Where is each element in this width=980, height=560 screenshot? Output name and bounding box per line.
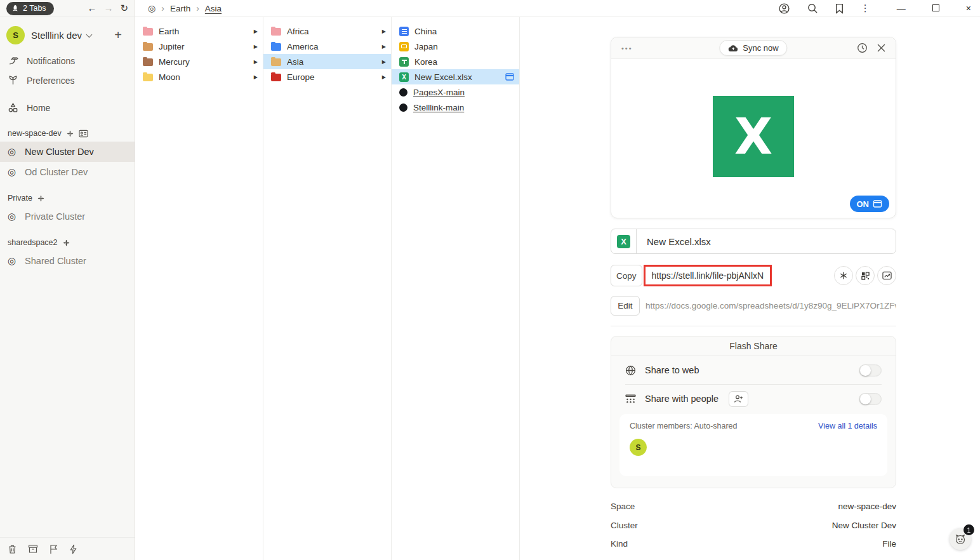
history-clock-icon[interactable] bbox=[857, 43, 868, 53]
folder-label: Moon bbox=[159, 72, 248, 82]
folder-row-america[interactable]: America ▶ bbox=[263, 39, 391, 54]
folder-row-moon[interactable]: Moon ▶ bbox=[135, 69, 263, 84]
edit-link-row: Edit https://docs.google.com/spreadsheet… bbox=[611, 296, 896, 316]
expand-arrow-icon: ▶ bbox=[382, 74, 386, 80]
divider bbox=[611, 326, 896, 326]
meta-label: Kind bbox=[611, 539, 628, 549]
topbar: ◎ › Earth › Asia ⋮ — bbox=[135, 0, 980, 17]
minimize-button[interactable]: — bbox=[897, 3, 906, 13]
assistant-button[interactable]: 1 bbox=[950, 528, 971, 550]
file-row-new-excel-selected[interactable]: X New Excel.xlsx bbox=[392, 69, 519, 84]
qr-code-icon bbox=[861, 272, 870, 280]
sync-now-label: Sync now bbox=[743, 43, 778, 53]
share-with-people-toggle[interactable] bbox=[859, 393, 882, 405]
member-avatar[interactable]: S bbox=[630, 439, 647, 456]
forward-button[interactable]: → bbox=[103, 3, 113, 14]
folder-row-earth[interactable]: Earth ▶ bbox=[135, 23, 263, 39]
section-header-sharedspace2[interactable]: sharedspace2 bbox=[0, 227, 135, 251]
expand-arrow-icon: ▶ bbox=[254, 44, 258, 50]
file-row-japan[interactable]: Japan bbox=[392, 39, 519, 54]
sidebar-item-preferences[interactable]: Preferences bbox=[0, 70, 135, 90]
asterisk-button[interactable] bbox=[834, 266, 853, 285]
search-icon[interactable] bbox=[807, 3, 818, 14]
folder-row-jupiter[interactable]: Jupiter ▶ bbox=[135, 39, 263, 54]
sidebar-item-notifications[interactable]: Notifications bbox=[0, 51, 135, 70]
breadcrumb-item-earth[interactable]: Earth bbox=[170, 4, 190, 13]
file-name-field[interactable]: X New Excel.xlsx bbox=[611, 229, 896, 254]
meta-row-cluster: Cluster New Cluster Dev bbox=[611, 516, 896, 535]
cloud-upload-icon bbox=[728, 44, 738, 52]
view-all-details-link[interactable]: View all 1 details bbox=[818, 422, 877, 430]
on-toggle-button[interactable]: ON bbox=[850, 196, 890, 212]
lightning-icon[interactable] bbox=[69, 544, 77, 554]
file-row-pagesx-main[interactable]: PagesX-main bbox=[392, 84, 519, 100]
sidebar-item-label: Home bbox=[27, 103, 50, 113]
folder-icon bbox=[271, 43, 281, 51]
breadcrumb-root-icon[interactable]: ◎ bbox=[148, 3, 156, 13]
file-type-cell: X bbox=[611, 229, 637, 253]
file-label: PagesX-main bbox=[413, 88, 514, 97]
back-button[interactable]: ← bbox=[87, 3, 96, 14]
copy-button[interactable]: Copy bbox=[611, 265, 642, 286]
sync-now-button[interactable]: Sync now bbox=[719, 40, 787, 56]
breadcrumb: ◎ › Earth › Asia bbox=[148, 3, 222, 13]
sidebar-item-od-cluster-dev[interactable]: ◎ Od Cluster Dev bbox=[0, 162, 135, 182]
file-label: New Excel.xlsx bbox=[414, 72, 500, 82]
folder-row-europe[interactable]: Europe ▶ bbox=[263, 69, 391, 84]
close-panel-icon[interactable] bbox=[877, 44, 885, 52]
section-header-private[interactable]: Private bbox=[0, 182, 135, 206]
flag-icon[interactable] bbox=[49, 544, 58, 554]
sidebar-item-private-cluster[interactable]: ◎ Private Cluster bbox=[0, 206, 135, 227]
file-row-china[interactable]: China bbox=[392, 23, 519, 39]
file-row-korea[interactable]: Korea bbox=[392, 54, 519, 69]
cluster-icon: ◎ bbox=[8, 211, 16, 222]
more-menu-icon[interactable]: ⋮ bbox=[861, 3, 870, 14]
qr-code-button[interactable] bbox=[856, 266, 875, 285]
sidebar-item-label: Preferences bbox=[27, 76, 74, 86]
chevron-down-icon bbox=[86, 31, 93, 37]
file-row-stelllink-main[interactable]: Stelllink-main bbox=[392, 100, 519, 115]
trash-icon[interactable] bbox=[8, 544, 17, 554]
file-label: Stelllink-main bbox=[413, 103, 514, 112]
expand-arrow-icon: ▶ bbox=[382, 29, 386, 34]
section-header-new-space-dev[interactable]: new-space-dev bbox=[0, 117, 135, 142]
folder-row-africa[interactable]: Africa ▶ bbox=[263, 23, 391, 39]
section-title: new-space-dev bbox=[8, 129, 62, 138]
analytics-button[interactable] bbox=[877, 266, 896, 285]
sidebar-item-new-cluster-dev[interactable]: ◎ New Cluster Dev bbox=[0, 142, 135, 162]
refresh-button[interactable]: ↻ bbox=[120, 3, 128, 14]
archive-icon[interactable] bbox=[28, 544, 38, 554]
maximize-icon bbox=[932, 4, 939, 11]
expand-arrow-icon: ▶ bbox=[254, 29, 258, 34]
content-area: Earth ▶ Jupiter ▶ Mercury ▶ Moon ▶ bbox=[135, 17, 980, 560]
card-menu-icon[interactable]: ••• bbox=[621, 44, 633, 52]
close-button[interactable]: × bbox=[966, 3, 971, 13]
bookmark-icon[interactable] bbox=[835, 3, 844, 14]
folder-icon bbox=[143, 43, 153, 51]
new-tab-button[interactable]: + bbox=[114, 28, 127, 43]
share-to-web-toggle[interactable] bbox=[859, 364, 882, 377]
cluster-label: Od Cluster Dev bbox=[25, 167, 88, 177]
folder-row-asia-selected[interactable]: Asia ▶ bbox=[263, 54, 391, 69]
share-link-field[interactable]: https://stell.link/file-pbjANlxN bbox=[644, 265, 772, 286]
tabs-badge[interactable]: 2 Tabs bbox=[6, 2, 54, 15]
sidebar-item-shared-cluster[interactable]: ◎ Shared Cluster bbox=[0, 251, 135, 271]
workspace-avatar: S bbox=[6, 26, 25, 44]
file-name-value: New Excel.xlsx bbox=[637, 229, 896, 253]
share-with-people-label: Share with people bbox=[645, 394, 718, 404]
breadcrumb-item-asia[interactable]: Asia bbox=[205, 4, 222, 13]
folder-icon bbox=[143, 58, 153, 66]
section-title: Private bbox=[8, 194, 32, 203]
sidebar-item-home[interactable]: Home bbox=[0, 98, 135, 117]
pinwheel-icon bbox=[62, 239, 70, 247]
account-icon[interactable] bbox=[778, 3, 790, 15]
edit-button[interactable]: Edit bbox=[611, 296, 640, 316]
maximize-button[interactable] bbox=[932, 3, 939, 13]
edit-url-text[interactable]: https://docs.google.com/spreadsheets/d/1… bbox=[646, 301, 896, 310]
rocket-icon bbox=[11, 4, 19, 12]
folder-row-mercury[interactable]: Mercury ▶ bbox=[135, 54, 263, 69]
open-window-icon[interactable] bbox=[505, 73, 514, 81]
section-title: sharedspace2 bbox=[8, 238, 58, 247]
workspace-switcher[interactable]: S Stelllink dev + bbox=[0, 17, 135, 51]
add-person-button[interactable] bbox=[729, 391, 748, 407]
